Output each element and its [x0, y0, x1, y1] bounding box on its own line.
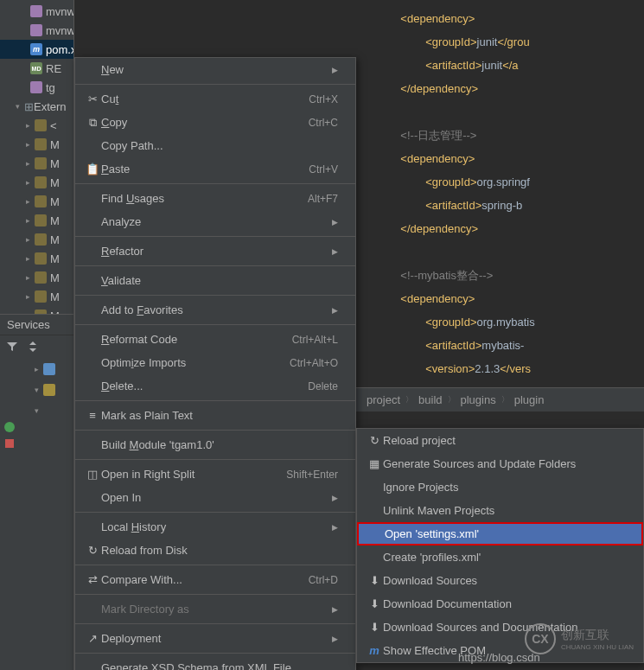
- menu-item-generate-sources-and-update-folders[interactable]: ▦Generate Sources and Update Folders: [357, 452, 643, 475]
- download-icon: ⬇: [366, 574, 383, 587]
- jar-icon: [35, 176, 47, 188]
- breadcrumb-item[interactable]: project: [367, 393, 400, 406]
- submenu-arrow-icon: ▶: [332, 218, 338, 227]
- services-toolbar: [0, 335, 73, 359]
- jar-icon: [35, 252, 47, 265]
- library-item[interactable]: ▸M: [0, 192, 73, 211]
- menu-item-validate[interactable]: Validate: [75, 269, 355, 292]
- menu-item-optimize-imports[interactable]: Optimize ImportsCtrl+Alt+O: [75, 351, 355, 374]
- reload-icon: ↻: [84, 544, 101, 557]
- menu-item-reformat-code[interactable]: Reformat CodeCtrl+Alt+L: [75, 328, 355, 351]
- services-label: Services: [7, 318, 50, 331]
- services-tree-item[interactable]: ▸: [0, 359, 73, 380]
- filter-icon[interactable]: [5, 340, 19, 354]
- left-gutter: [0, 415, 19, 519]
- breadcrumb-item[interactable]: plugin: [514, 393, 545, 406]
- library-item[interactable]: ▸M: [0, 211, 73, 230]
- menu-item-refactor[interactable]: Refactor▶: [75, 239, 355, 263]
- code-editor[interactable]: <dependency> <groupId>junit</grou <artif…: [356, 0, 644, 387]
- menu-item-build-module-tgam[interactable]: Build Module 'tgam1.0': [75, 433, 355, 456]
- breadcrumb-item[interactable]: plugins: [461, 393, 496, 406]
- library-item[interactable]: ▸M: [0, 268, 73, 287]
- menu-item-mark-as-plain-text[interactable]: ≡Mark as Plain Text: [75, 404, 355, 427]
- cut-icon: ✂: [84, 93, 101, 105]
- tree-file-RE[interactable]: MDRE: [0, 59, 73, 78]
- submenu-arrow-icon: ▶: [332, 635, 338, 643]
- services-tool-window-header[interactable]: Services: [0, 314, 73, 335]
- library-item[interactable]: ▸M: [0, 154, 73, 173]
- project-tree-panel: mvnwmvnw.cmdmpom.xmlMDREtg▾⊞ Extern▸< ▸M…: [0, 0, 74, 670]
- jar-icon: [35, 233, 47, 246]
- tree-file-mvnwcmd[interactable]: mvnw.cmd: [0, 21, 73, 40]
- menu-item-paste[interactable]: 📋PasteCtrl+V: [75, 157, 355, 181]
- diff-icon: ⇄: [84, 573, 101, 586]
- maven-file-icon: m: [30, 43, 42, 55]
- jar-icon: [35, 195, 47, 207]
- menu-item-deployment[interactable]: ↗Deployment▶: [75, 627, 355, 650]
- jar-icon: [35, 157, 47, 169]
- menu-item-compare-with[interactable]: ⇄Compare With...Ctrl+D: [75, 568, 355, 591]
- menu-item-open-in[interactable]: Open In▶: [75, 486, 355, 509]
- external-libraries-node[interactable]: ▾⊞ Extern: [0, 97, 73, 116]
- menu-item-find-usages[interactable]: Find UsagesAlt+F7: [75, 187, 355, 210]
- submenu-arrow-icon: ▶: [332, 605, 338, 614]
- expand-icon[interactable]: [26, 340, 40, 354]
- submenu-arrow-icon: ▶: [332, 66, 338, 74]
- menu-item-copy[interactable]: ⧉CopyCtrl+C: [75, 111, 355, 134]
- menu-item-create-profiles-xml[interactable]: Create 'profiles.xml': [357, 546, 643, 569]
- menu-item-open-settings-xml[interactable]: Open 'settings.xml': [357, 522, 643, 546]
- menu-item-download-documentation[interactable]: ⬇Download Documentation: [357, 592, 643, 616]
- maven-icon: m: [366, 644, 383, 657]
- services-tree-item[interactable]: ▾: [0, 380, 73, 400]
- menu-item-new[interactable]: New▶: [75, 58, 355, 81]
- library-item[interactable]: ▸M: [0, 173, 73, 192]
- stop-indicator-icon[interactable]: [5, 439, 14, 448]
- bean-icon: [43, 384, 55, 396]
- watermark-logo-icon: CX: [525, 623, 556, 654]
- download-icon: ⬇: [366, 621, 383, 634]
- menu-item-open-in-right-split[interactable]: ◫Open in Right SplitShift+Enter: [75, 463, 355, 486]
- breadcrumb-item[interactable]: build: [418, 393, 442, 406]
- jar-icon: [35, 271, 47, 284]
- menu-item-generate-xsd-schema-from-xml-file[interactable]: Generate XSD Schema from XML File...: [75, 656, 355, 670]
- watermark: CX 创新互联 CHUANG XIN HU LIAN: [525, 623, 634, 654]
- menu-item-cut[interactable]: ✂CutCtrl+X: [75, 87, 355, 111]
- paste-icon: 📋: [84, 163, 101, 175]
- library-item[interactable]: ▸M: [0, 230, 73, 249]
- breadcrumb-separator-icon: 〉: [501, 394, 509, 405]
- menu-item-ignore-projects[interactable]: Ignore Projects: [357, 475, 643, 499]
- menu-item-unlink-maven-projects[interactable]: Unlink Maven Projects: [357, 499, 643, 522]
- menu-item-analyze[interactable]: Analyze▶: [75, 210, 355, 233]
- menu-item-local-history[interactable]: Local History▶: [75, 515, 355, 539]
- submenu-arrow-icon: ▶: [332, 494, 338, 502]
- jar-icon: [35, 290, 47, 303]
- menu-item-add-to-favorites[interactable]: Add to Favorites▶: [75, 298, 355, 322]
- menu-item-download-sources[interactable]: ⬇Download Sources: [357, 569, 643, 592]
- tree-file-tg[interactable]: tg: [0, 78, 73, 97]
- menu-item-reload-from-disk[interactable]: ↻Reload from Disk: [75, 539, 355, 562]
- breadcrumb-bar: project〉build〉plugins〉plugin: [356, 387, 644, 412]
- breadcrumb-separator-icon: 〉: [448, 394, 456, 405]
- text-icon: ≡: [84, 409, 101, 422]
- run-indicator-icon[interactable]: [4, 422, 15, 432]
- copy-icon: ⧉: [84, 116, 101, 130]
- submenu-arrow-icon: ▶: [332, 523, 338, 532]
- library-item[interactable]: ▸M: [0, 135, 73, 154]
- library-item[interactable]: ▸M: [0, 287, 73, 306]
- menu-item-copy-path[interactable]: Copy Path...: [75, 134, 355, 157]
- reload-icon: ↻: [366, 434, 383, 447]
- menu-item-reload-project[interactable]: ↻Reload project: [357, 429, 643, 452]
- tree-file-pomxml[interactable]: mpom.xml: [0, 40, 73, 59]
- tree-file-mvnw[interactable]: mvnw: [0, 2, 73, 21]
- library-item[interactable]: ▸M: [0, 306, 73, 314]
- submenu-arrow-icon: ▶: [332, 247, 338, 256]
- download-icon: ⬇: [366, 597, 383, 610]
- submenu-arrow-icon: ▶: [332, 306, 338, 315]
- jar-icon: [35, 214, 47, 227]
- deploy-icon: ↗: [84, 632, 101, 645]
- api-icon: [43, 363, 55, 375]
- context-menu: New▶✂CutCtrl+X⧉CopyCtrl+CCopy Path...📋Pa…: [74, 57, 356, 670]
- library-item[interactable]: ▸M: [0, 249, 73, 268]
- menu-item-delete[interactable]: Delete...Delete: [75, 374, 355, 398]
- library-item[interactable]: ▸<: [0, 116, 73, 135]
